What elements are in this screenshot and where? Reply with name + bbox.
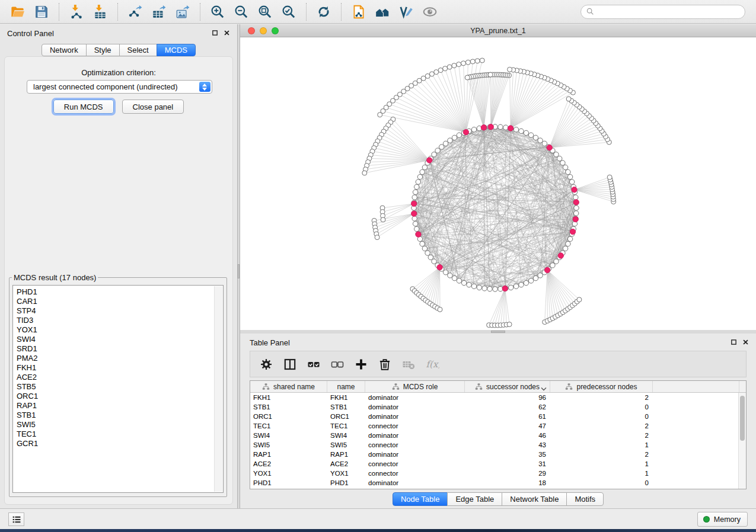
- export-network-button[interactable]: [123, 2, 147, 22]
- zoom-in-button[interactable]: [206, 2, 229, 22]
- network-node[interactable]: [574, 211, 579, 216]
- network-node[interactable]: [524, 130, 528, 135]
- network-node[interactable]: [422, 246, 427, 251]
- network-node[interactable]: [477, 285, 481, 290]
- mcds-result-item[interactable]: ACE2: [17, 373, 213, 382]
- mcds-result-item[interactable]: SWI5: [17, 420, 213, 430]
- search-box[interactable]: [580, 5, 745, 19]
- mcds-result-item[interactable]: TEC1: [17, 430, 213, 439]
- cell-name[interactable]: TEC1: [327, 421, 365, 431]
- tab-network-table[interactable]: Network Table: [502, 492, 567, 506]
- export-table-button[interactable]: [147, 2, 171, 22]
- cell-predecessor-nodes[interactable]: 0: [550, 478, 653, 488]
- mcds-result-item[interactable]: PHD1: [17, 287, 213, 297]
- cell-shared-name[interactable]: STB1: [250, 402, 327, 412]
- table-scrollbar[interactable]: [738, 393, 746, 489]
- cell-name[interactable]: YOX1: [327, 469, 365, 478]
- cell-name[interactable]: PHD1: [327, 478, 365, 488]
- network-node-dominator[interactable]: [570, 229, 575, 234]
- network-node[interactable]: [457, 133, 461, 137]
- network-node[interactable]: [533, 135, 538, 140]
- network-node[interactable]: [563, 246, 567, 251]
- mcds-list-scrollbar[interactable]: [214, 286, 222, 492]
- float-panel-button[interactable]: [212, 30, 218, 36]
- tab-select[interactable]: Select: [119, 44, 157, 56]
- cell-mcds-role[interactable]: connector: [365, 459, 465, 469]
- mcds-result-item[interactable]: STB5: [17, 382, 213, 392]
- save-session-button[interactable]: [30, 2, 53, 22]
- cell-successor-nodes[interactable]: 29: [465, 469, 550, 478]
- network-node[interactable]: [493, 287, 497, 291]
- network-node[interactable]: [487, 287, 492, 291]
- import-network-button[interactable]: [65, 2, 88, 22]
- add-column-button[interactable]: [353, 356, 369, 373]
- tab-node-table[interactable]: Node Table: [393, 492, 448, 506]
- close-table-panel-button[interactable]: [742, 339, 749, 345]
- network-node[interactable]: [425, 251, 430, 255]
- network-node[interactable]: [438, 68, 443, 73]
- network-node[interactable]: [457, 278, 461, 283]
- column-header-successor-nodes[interactable]: successor nodes: [465, 381, 550, 392]
- network-node[interactable]: [465, 75, 470, 80]
- cell-mcds-role[interactable]: dominator: [365, 478, 465, 488]
- zoom-window-icon[interactable]: [272, 27, 279, 34]
- table-row[interactable]: TEC1TEC1connector472: [250, 421, 738, 431]
- cell-name[interactable]: SWI5: [327, 440, 365, 450]
- network-node[interactable]: [413, 222, 417, 226]
- network-node[interactable]: [435, 148, 440, 153]
- network-node[interactable]: [508, 67, 512, 72]
- column-header-shared-name[interactable]: shared name: [250, 381, 327, 392]
- cell-successor-nodes[interactable]: 35: [465, 450, 550, 459]
- network-canvas[interactable]: [240, 37, 756, 330]
- cell-mcds-role[interactable]: dominator: [365, 450, 465, 459]
- cell-successor-nodes[interactable]: 61: [465, 412, 550, 421]
- cell-predecessor-nodes[interactable]: 1: [550, 440, 653, 450]
- network-node[interactable]: [471, 284, 476, 289]
- mcds-result-item[interactable]: FKH1: [17, 363, 213, 373]
- network-node[interactable]: [513, 127, 518, 132]
- network-node[interactable]: [461, 61, 466, 66]
- network-node-dominator[interactable]: [437, 265, 442, 270]
- network-node[interactable]: [533, 275, 538, 280]
- network-node[interactable]: [503, 125, 508, 130]
- network-node-dominator[interactable]: [502, 286, 508, 291]
- network-node[interactable]: [414, 226, 419, 231]
- network-node[interactable]: [422, 165, 427, 169]
- cell-mcds-role[interactable]: connector: [365, 469, 465, 478]
- cell-predecessor-nodes[interactable]: 0: [550, 412, 653, 421]
- cell-successor-nodes[interactable]: 18: [465, 478, 550, 488]
- cell-shared-name[interactable]: TEC1: [250, 421, 327, 431]
- network-node[interactable]: [414, 184, 419, 189]
- network-node[interactable]: [417, 174, 422, 179]
- first-neighbors-button[interactable]: [371, 2, 394, 22]
- network-node[interactable]: [513, 284, 518, 289]
- network-node[interactable]: [577, 297, 582, 302]
- cell-name[interactable]: RAP1: [327, 450, 365, 459]
- refresh-button[interactable]: [312, 2, 336, 22]
- network-node-dominator[interactable]: [463, 129, 468, 134]
- cell-name[interactable]: ORC1: [327, 412, 365, 421]
- cell-predecessor-nodes[interactable]: 1: [550, 469, 653, 478]
- network-node[interactable]: [566, 97, 571, 101]
- network-node[interactable]: [470, 59, 475, 64]
- annotations-button[interactable]: [394, 2, 418, 22]
- table-row[interactable]: SWI5SWI5connector431: [250, 440, 738, 450]
- network-node[interactable]: [452, 275, 457, 280]
- cell-predecessor-nodes[interactable]: 2: [550, 450, 653, 459]
- folder-open-button[interactable]: [6, 2, 30, 22]
- mcds-result-item[interactable]: STB1: [17, 411, 213, 420]
- tab-style[interactable]: Style: [86, 44, 120, 56]
- deselect-all-button[interactable]: [329, 356, 346, 373]
- network-node[interactable]: [465, 60, 470, 65]
- network-node[interactable]: [448, 138, 452, 143]
- horizontal-split-grip[interactable]: [491, 331, 505, 333]
- network-node[interactable]: [452, 63, 457, 68]
- cell-successor-nodes[interactable]: 43: [465, 440, 550, 450]
- vertical-split-grip[interactable]: [238, 264, 240, 278]
- network-node[interactable]: [471, 127, 476, 132]
- column-header-name[interactable]: name: [327, 381, 365, 392]
- network-node[interactable]: [378, 113, 382, 117]
- mcds-result-item[interactable]: YOX1: [17, 325, 213, 335]
- table-row[interactable]: ORC1ORC1dominator610: [250, 412, 738, 421]
- network-node[interactable]: [550, 263, 555, 268]
